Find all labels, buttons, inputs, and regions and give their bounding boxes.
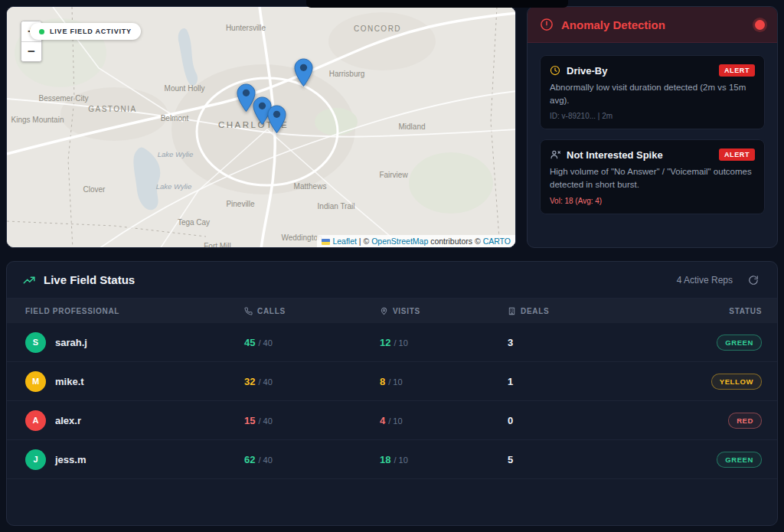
live-field-activity-badge: LIVE FIELD ACTIVITY <box>30 23 141 40</box>
alert-card-drive-by: Drive-By ALERT Abnormally low visit dura… <box>540 55 765 129</box>
deals-value: 3 <box>508 337 670 348</box>
avatar: J <box>25 449 46 470</box>
deals-value: 1 <box>508 376 670 387</box>
avatar: A <box>25 410 46 431</box>
rep-name: mike.t <box>55 376 84 387</box>
map-marker-icon[interactable] <box>294 58 313 87</box>
map-pin-icon <box>380 307 388 315</box>
col-calls: CALLS <box>244 307 380 315</box>
alert-description: Abnormally low visit duration detected (… <box>550 81 755 106</box>
attribution-text: | © <box>357 237 371 246</box>
live-field-status-panel: Live Field Status 4 Active Reps FIELD PR… <box>6 261 778 526</box>
alert-title: Drive-By <box>567 65 713 77</box>
avatar: S <box>25 332 46 353</box>
map-pins <box>7 7 515 247</box>
live-badge-label: LIVE FIELD ACTIVITY <box>50 28 132 35</box>
rep-name: sarah.j <box>55 337 87 348</box>
active-reps-count: 4 Active Reps <box>677 275 733 286</box>
phone-icon <box>244 307 253 315</box>
status-badge: GREEN <box>717 452 762 468</box>
calls-metric: 62/ 40 <box>244 454 380 465</box>
rep-name: jess.m <box>55 454 86 465</box>
alert-badge: ALERT <box>719 149 755 161</box>
alert-title: Not Interested Spike <box>567 149 713 161</box>
ukraine-flag-icon <box>322 239 330 245</box>
refresh-icon <box>748 275 759 286</box>
table-row: S sarah.j 45/ 40 12/ 10 3 GREEN <box>7 323 777 362</box>
trending-up-icon <box>22 273 36 287</box>
col-label: DEALS <box>521 307 549 315</box>
table-header: FIELD PROFESSIONAL CALLS VISITS DEALS <box>7 299 777 323</box>
live-status-dot <box>39 29 44 34</box>
col-label: VISITS <box>393 307 420 315</box>
alert-badge: ALERT <box>719 64 755 77</box>
col-label: STATUS <box>729 307 762 315</box>
map-attribution: Leaflet | © OpenStreetMap contributors ©… <box>317 235 515 247</box>
calls-metric: 32/ 40 <box>244 376 380 387</box>
visits-metric: 18/ 10 <box>380 454 508 465</box>
dashboard-page: HuntersvilleCONCORDHarrisburgMount Holly… <box>0 0 784 532</box>
table-row: J jess.m 62/ 40 18/ 10 5 GREEN <box>7 440 777 479</box>
calls-metric: 45/ 40 <box>244 337 380 348</box>
status-header: Live Field Status 4 Active Reps <box>7 262 777 299</box>
col-field-professional: FIELD PROFESSIONAL <box>25 307 244 315</box>
alert-meta: ID: v-89210... | 2m <box>550 112 755 120</box>
status-panel-title: Live Field Status <box>44 273 669 286</box>
col-label: CALLS <box>257 307 286 315</box>
visits-metric: 4/ 10 <box>380 415 508 426</box>
building-icon <box>508 307 516 315</box>
clock-icon <box>550 65 560 76</box>
visits-metric: 8/ 10 <box>380 376 508 387</box>
deals-value: 0 <box>508 415 670 426</box>
anomaly-header: Anomaly Detection <box>528 7 777 43</box>
attribution-text: contributors © <box>428 237 482 246</box>
table-row: A alex.r 15/ 40 4/ 10 0 RED <box>7 401 777 440</box>
alert-pulse-dot <box>755 20 765 30</box>
live-activity-map[interactable]: HuntersvilleCONCORDHarrisburgMount Holly… <box>6 6 516 248</box>
leaflet-link[interactable]: Leaflet <box>332 237 357 246</box>
status-badge: GREEN <box>717 335 762 351</box>
user-alert-icon <box>550 149 560 160</box>
avatar: M <box>25 371 46 392</box>
deals-value: 5 <box>508 454 670 465</box>
table-row: M mike.t 32/ 40 8/ 10 1 YELLOW <box>7 362 777 401</box>
openstreetmap-link[interactable]: OpenStreetMap <box>371 237 428 246</box>
top-row: HuntersvilleCONCORDHarrisburgMount Holly… <box>6 6 778 248</box>
visits-metric: 12/ 10 <box>380 337 508 348</box>
alert-card-not-interested: Not Interested Spike ALERT High volume o… <box>540 139 765 214</box>
col-deals: DEALS <box>508 307 670 315</box>
alert-meta: Vol: 18 (Avg: 4) <box>550 197 755 205</box>
anomaly-body: Drive-By ALERT Abnormally low visit dura… <box>528 43 777 227</box>
anomaly-title: Anomaly Detection <box>561 18 747 31</box>
map-marker-icon[interactable] <box>267 105 286 134</box>
alert-description: High volume of "No Answer" / "Voicemail"… <box>550 165 755 191</box>
col-visits: VISITS <box>380 307 508 315</box>
status-badge: RED <box>728 413 762 429</box>
status-badge: YELLOW <box>711 374 762 390</box>
top-toast-remnant <box>306 0 568 8</box>
refresh-button[interactable] <box>748 275 759 286</box>
carto-link[interactable]: CARTO <box>483 237 511 246</box>
rep-name: alex.r <box>55 415 81 426</box>
anomaly-detection-panel: Anomaly Detection Drive-By ALERT Abnorma… <box>527 6 778 248</box>
alert-circle-icon <box>540 18 554 31</box>
calls-metric: 15/ 40 <box>244 415 380 426</box>
col-status: STATUS <box>670 307 762 315</box>
col-label: FIELD PROFESSIONAL <box>25 307 119 315</box>
zoom-out-button[interactable]: − <box>21 41 41 61</box>
